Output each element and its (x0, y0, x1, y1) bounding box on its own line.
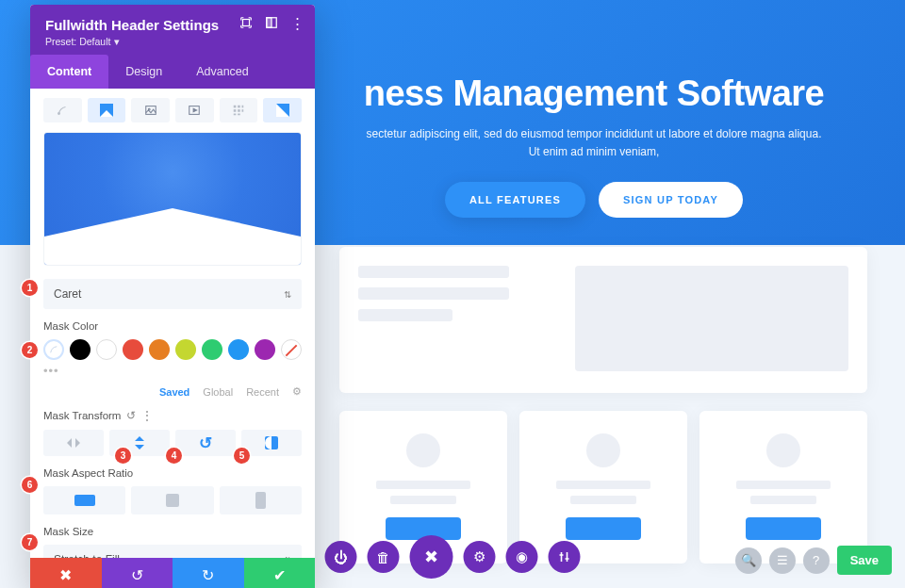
callout-marker: 5 (234, 448, 250, 464)
snap-icon[interactable] (265, 16, 278, 29)
mask-type-video[interactable] (175, 98, 214, 122)
color-tab-global[interactable]: Global (203, 386, 233, 398)
mask-style-select[interactable]: Caret ⇅ (43, 279, 302, 309)
updown-icon: ⇅ (284, 289, 291, 300)
kebab-menu-icon[interactable]: ⋮ (141, 409, 153, 422)
color-swatch[interactable] (149, 339, 170, 360)
svg-rect-11 (234, 109, 237, 112)
gear-icon[interactable]: ⚙ (292, 385, 302, 398)
close-builder-button[interactable]: ✖ (410, 535, 453, 579)
aspect-portrait-button[interactable] (220, 486, 302, 514)
save-page-button[interactable]: Save (837, 546, 892, 575)
mask-type-row (43, 98, 302, 122)
aspect-landscape-button[interactable] (43, 486, 125, 514)
color-swatch[interactable] (70, 339, 90, 360)
preset-dropdown[interactable]: Preset: Default ▾ (45, 36, 300, 47)
mask-type-pattern[interactable] (220, 98, 258, 122)
settings-button[interactable]: ⚙ (464, 541, 496, 573)
color-swatch[interactable] (228, 339, 249, 360)
hero-subtitle: sectetur adipiscing elit, sed do eiusmod… (321, 125, 867, 161)
svg-rect-13 (242, 109, 244, 112)
settings-panel: Fullwidth Header Settings Preset: Defaul… (30, 5, 315, 588)
mask-type-none[interactable] (43, 98, 82, 122)
flip-horizontal-button[interactable] (43, 430, 104, 456)
invert-button[interactable] (241, 430, 302, 456)
trash-button[interactable]: 🗑 (368, 541, 400, 573)
svg-rect-12 (238, 109, 240, 112)
mask-preview (43, 132, 302, 266)
wireframe-card[interactable] (699, 411, 867, 564)
undo-button[interactable]: ↺ (102, 558, 173, 588)
hero-title: ness Management Software (321, 74, 867, 114)
color-swatch[interactable] (175, 339, 196, 360)
confirm-button[interactable]: ✔ (244, 558, 316, 588)
callout-marker: 3 (115, 448, 131, 464)
builder-action-bar: ⏻ 🗑 ✖ ⚙ ◉ (325, 535, 581, 579)
color-source-tabs: Saved Global Recent ⚙ (43, 385, 302, 398)
callout-marker: 1 (22, 280, 38, 296)
all-features-button[interactable]: ALL FEATURES (445, 182, 585, 218)
zoom-button[interactable]: 🔍 (735, 547, 762, 574)
cancel-button[interactable]: ✖ (30, 558, 102, 588)
callout-marker: 4 (166, 448, 182, 464)
aspect-ratio-buttons (43, 486, 302, 514)
callout-marker: 7 (22, 534, 38, 550)
history-button[interactable]: ◉ (506, 541, 538, 573)
help-button[interactable]: ? (803, 547, 830, 574)
current-color-swatch[interactable] (43, 339, 64, 360)
svg-rect-14 (234, 114, 237, 116)
callout-marker: 2 (22, 342, 38, 358)
aspect-square-button[interactable] (131, 486, 213, 514)
mask-size-select[interactable]: Stretch to Fill ⇅ (43, 545, 302, 558)
chevron-down-icon: ▾ (114, 36, 120, 47)
color-tab-saved[interactable]: Saved (159, 386, 189, 398)
color-swatch[interactable] (255, 339, 275, 360)
mask-aspect-label: Mask Aspect Ratio (43, 467, 302, 479)
svg-rect-9 (238, 106, 240, 108)
tab-advanced[interactable]: Advanced (179, 55, 266, 89)
color-swatch-transparent[interactable] (281, 339, 302, 360)
panel-header: Fullwidth Header Settings Preset: Defaul… (30, 5, 315, 55)
color-swatch[interactable] (96, 339, 117, 360)
color-tab-recent[interactable]: Recent (246, 386, 279, 398)
reset-icon[interactable]: ↺ (126, 409, 136, 422)
sign-up-button[interactable]: SIGN UP TODAY (599, 182, 743, 218)
svg-rect-8 (234, 106, 237, 108)
mask-type-gradient[interactable] (263, 98, 302, 122)
expand-icon[interactable] (239, 16, 253, 29)
power-button[interactable]: ⏻ (325, 541, 357, 573)
mask-type-triangle[interactable] (88, 98, 126, 122)
mask-color-label: Mask Color (43, 320, 302, 332)
color-swatch[interactable] (123, 339, 143, 360)
tab-content[interactable]: Content (30, 55, 108, 89)
panel-footer: ✖ ↺ ↻ ✔ (30, 558, 315, 588)
svg-rect-0 (243, 20, 250, 26)
panel-tabs: Content Design Advanced (30, 55, 315, 89)
hero-content: ness Management Software sectetur adipis… (321, 74, 867, 218)
hero-buttons: ALL FEATURES SIGN UP TODAY (321, 182, 867, 218)
mask-type-image[interactable] (131, 98, 170, 122)
builder-right-bar: 🔍 ☰ ? Save (735, 546, 892, 575)
svg-rect-2 (267, 18, 272, 28)
svg-point-3 (58, 113, 60, 115)
svg-rect-15 (238, 114, 240, 116)
layers-button[interactable]: ☰ (769, 547, 796, 574)
tab-design[interactable]: Design (108, 55, 179, 89)
callout-marker: 6 (22, 477, 38, 493)
adjust-button[interactable] (549, 541, 581, 573)
panel-body: Caret ⇅ Mask Color ••• Saved Global Rece… (30, 89, 315, 558)
more-colors-icon[interactable]: ••• (43, 364, 302, 378)
mask-size-label: Mask Size (43, 526, 302, 537)
color-swatches (43, 339, 302, 360)
kebab-menu-icon[interactable]: ⋮ (290, 16, 304, 29)
mask-transform-label: Mask Transform ↺ ⋮ (43, 409, 302, 422)
redo-button[interactable]: ↻ (173, 558, 244, 588)
wireframe-hero-block[interactable] (339, 247, 867, 393)
svg-rect-10 (242, 106, 244, 108)
color-swatch[interactable] (202, 339, 222, 360)
rotate-button[interactable]: ↺ (175, 430, 236, 456)
